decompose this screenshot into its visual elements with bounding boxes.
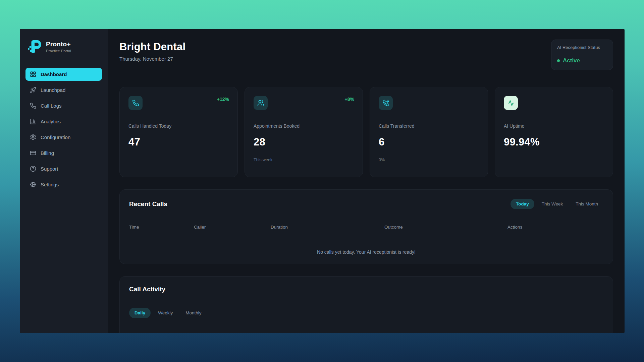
- stat-value: 28: [254, 136, 354, 148]
- sidebar-item-launchpad[interactable]: Launchpad: [25, 83, 102, 97]
- sidebar-item-label: Call Logs: [41, 103, 62, 109]
- stat-label: Appointments Booked: [254, 123, 354, 129]
- stat-chip: [379, 96, 393, 110]
- call-activity-card: Call Activity Daily Weekly Monthly: [119, 276, 613, 333]
- sidebar-item-label: Dashboard: [41, 71, 67, 77]
- stat-value: 6: [379, 136, 479, 148]
- column-header-duration: Duration: [271, 225, 384, 230]
- sidebar-nav: Dashboard Launchpad Call Logs Analytics …: [25, 68, 102, 191]
- activity-icon: [507, 100, 515, 107]
- tab-this-month[interactable]: This Month: [570, 199, 603, 209]
- tab-today[interactable]: Today: [511, 199, 534, 209]
- recent-calls-card: Recent Calls Today This Week This Month …: [119, 189, 613, 264]
- rocket-icon: [30, 87, 36, 93]
- empty-state-message: No calls yet today. Your AI receptionist…: [129, 249, 603, 255]
- users-icon: [257, 100, 264, 107]
- calls-table-header: Time Caller Duration Outcome Actions: [129, 225, 603, 235]
- sidebar-item-settings[interactable]: Settings: [25, 178, 102, 191]
- main-content: Bright Dental Thursday, November 27 AI R…: [108, 29, 625, 333]
- brand-name: Pronto+: [46, 41, 71, 48]
- sidebar-item-label: Launchpad: [41, 87, 65, 93]
- brand: Pronto+ Practice Portal: [25, 39, 102, 54]
- sidebar-item-label: Settings: [41, 182, 59, 187]
- stat-delta: +8%: [345, 97, 354, 102]
- stat-sub: This week: [254, 158, 354, 162]
- ai-receptionist-status-card: AI Receptionist Status Active: [551, 40, 613, 70]
- sidebar-item-billing[interactable]: Billing: [25, 146, 102, 160]
- stats-row: +12% Calls Handled Today 47 +8% Appointm…: [119, 87, 613, 177]
- stat-value: 99.94%: [504, 136, 604, 148]
- column-header-outcome: Outcome: [384, 225, 507, 230]
- brand-tagline: Practice Portal: [46, 49, 71, 53]
- tab-monthly[interactable]: Monthly: [180, 308, 207, 318]
- stat-sub: 0%: [379, 158, 479, 162]
- stat-chip: [254, 96, 268, 110]
- phone-icon: [30, 103, 36, 109]
- app-window: Pronto+ Practice Portal Dashboard Launch…: [20, 29, 625, 333]
- call-activity-title: Call Activity: [129, 286, 603, 293]
- dashboard-grid-icon: [30, 71, 36, 77]
- stat-delta: +12%: [217, 97, 229, 102]
- cog-icon: [30, 181, 36, 188]
- stat-chip: [128, 96, 143, 110]
- sidebar-item-support[interactable]: Support: [25, 162, 102, 175]
- stat-card-appointments-booked: +8% Appointments Booked 28 This week: [245, 87, 363, 177]
- sidebar-item-label: Configuration: [41, 134, 70, 140]
- sidebar-item-dashboard[interactable]: Dashboard: [25, 68, 102, 81]
- stat-label: Calls Handled Today: [128, 123, 229, 129]
- recent-calls-tabs: Today This Week This Month: [511, 199, 603, 209]
- gear-icon: [30, 134, 36, 140]
- stat-card-calls-transferred: Calls Transferred 6 0%: [370, 87, 488, 177]
- help-circle-icon: [30, 166, 36, 172]
- credit-card-icon: [30, 150, 36, 156]
- stat-chip: [504, 96, 518, 110]
- stat-label: AI Uptime: [504, 123, 604, 129]
- column-header-caller: Caller: [194, 225, 271, 230]
- sidebar-item-call-logs[interactable]: Call Logs: [25, 99, 102, 112]
- status-label: AI Receptionist Status: [557, 45, 607, 50]
- recent-calls-title: Recent Calls: [129, 200, 167, 208]
- status-dot-icon: [557, 59, 560, 62]
- phone-icon: [132, 100, 139, 107]
- phone-forwarded-icon: [382, 100, 389, 107]
- page-date: Thursday, November 27: [119, 56, 185, 62]
- tab-this-week[interactable]: This Week: [536, 199, 569, 209]
- sidebar-item-label: Support: [41, 166, 58, 172]
- stat-value: 47: [128, 136, 229, 148]
- stat-card-calls-handled: +12% Calls Handled Today 47: [119, 87, 238, 177]
- sidebar-item-analytics[interactable]: Analytics: [25, 115, 102, 128]
- bar-chart-icon: [30, 118, 36, 125]
- sidebar-item-label: Billing: [41, 150, 54, 156]
- pronto-logo-icon: [28, 39, 42, 54]
- sidebar: Pronto+ Practice Portal Dashboard Launch…: [20, 29, 108, 333]
- page-title: Bright Dental: [119, 41, 185, 53]
- call-activity-tabs: Daily Weekly Monthly: [129, 308, 603, 318]
- tab-daily[interactable]: Daily: [129, 308, 151, 318]
- sidebar-item-label: Analytics: [41, 119, 61, 124]
- column-header-actions: Actions: [507, 225, 603, 230]
- status-value: Active: [563, 57, 580, 64]
- column-header-time: Time: [129, 225, 194, 230]
- stat-label: Calls Transferred: [379, 123, 479, 129]
- sidebar-item-configuration[interactable]: Configuration: [25, 131, 102, 144]
- tab-weekly[interactable]: Weekly: [153, 308, 178, 318]
- stat-card-ai-uptime: AI Uptime 99.94%: [495, 87, 613, 177]
